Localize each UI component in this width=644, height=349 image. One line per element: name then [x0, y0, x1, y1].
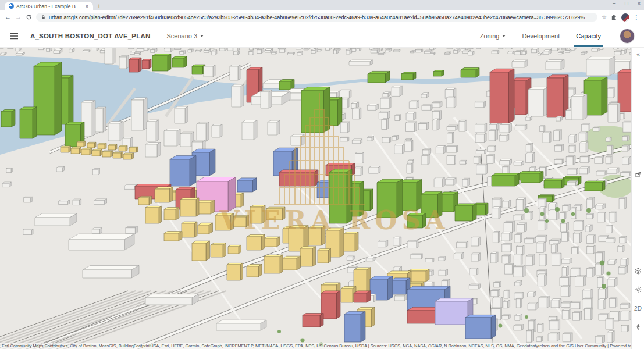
basemap-icon[interactable]	[635, 268, 642, 275]
tab-zoning-label: Zoning	[480, 33, 500, 40]
app-header: A_SOUTH BOSTON_DOT AVE_PLAN Scenario 3 Z…	[0, 24, 644, 48]
arcgis-favicon	[9, 3, 14, 9]
map-attribution: Esri Community Maps Contributors, City o…	[0, 343, 631, 349]
chevron-down-icon	[200, 35, 204, 37]
tab-capacity-label: Capacity	[576, 33, 601, 40]
browser-profile-avatar[interactable]	[621, 13, 629, 22]
scenario-label: Scenario 3	[166, 33, 197, 40]
window-minimize-button[interactable]: –	[613, 1, 615, 6]
tab-title: ArcGIS Urban - Example Boston	[16, 3, 83, 9]
map-viewport[interactable]: VIERA ROSA Esri Community Maps Contribut…	[0, 48, 631, 349]
tab-development-label: Development	[522, 33, 560, 40]
browser-tab[interactable]: ArcGIS Urban - Example Boston ×	[5, 2, 93, 10]
map-area: VIERA ROSA Esri Community Maps Contribut…	[0, 48, 644, 349]
url-text: urban.arcgis.com/plan-editor/7de2769e291…	[49, 15, 593, 20]
tab-development[interactable]: Development	[522, 24, 560, 47]
extensions-icon[interactable]	[611, 14, 617, 20]
tab-close-icon[interactable]: ×	[85, 3, 89, 9]
dock-window-icon[interactable]	[635, 171, 642, 178]
user-avatar[interactable]	[620, 29, 635, 44]
tab-zoning[interactable]: Zoning	[480, 24, 506, 47]
map-canvas[interactable]: VIERA ROSA	[0, 48, 631, 349]
bookmark-star-icon[interactable]: ☆	[602, 14, 607, 20]
view-2d-button[interactable]: 2D	[634, 305, 642, 312]
window-close-button[interactable]: ×	[638, 1, 641, 6]
scenario-selector[interactable]: Scenario 3	[166, 33, 204, 40]
browser-toolbar: ← → urban.arcgis.com/plan-editor/7de2769…	[0, 10, 644, 24]
compass-icon[interactable]	[635, 323, 642, 330]
chevron-down-icon	[502, 35, 506, 37]
header-nav: Zoning Development Capacity	[480, 24, 635, 47]
address-bar[interactable]: urban.arcgis.com/plan-editor/7de2769e291…	[36, 13, 597, 22]
side-panel-rail: « 2D	[631, 48, 644, 349]
browser-window: ArcGIS Urban - Example Boston × + – □ × …	[0, 0, 644, 24]
collapse-panel-icon[interactable]: «	[636, 51, 639, 58]
lock-icon	[41, 15, 46, 20]
back-icon[interactable]: ←	[5, 14, 11, 20]
browser-menu-icon[interactable]: ⋮	[634, 14, 639, 20]
tab-capacity[interactable]: Capacity	[576, 24, 601, 47]
window-maximize-button[interactable]: □	[625, 1, 628, 6]
browser-tab-strip: ArcGIS Urban - Example Boston × + – □ ×	[0, 0, 644, 10]
watermark-text: VIERA ROSA	[219, 205, 449, 235]
page-title: A_SOUTH BOSTON_DOT AVE_PLAN	[30, 33, 150, 40]
daylight-icon[interactable]	[635, 286, 642, 293]
menu-hamburger-icon[interactable]	[9, 33, 19, 40]
forward-icon[interactable]: →	[15, 14, 22, 20]
new-tab-button[interactable]: +	[97, 3, 101, 9]
refresh-icon[interactable]	[26, 14, 32, 20]
